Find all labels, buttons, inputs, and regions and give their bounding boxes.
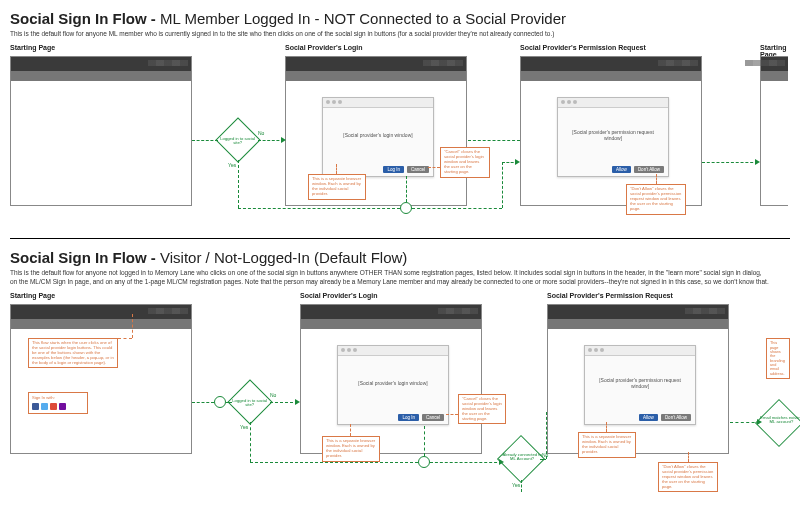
- note-cancel: "Cancel" closes the social provider's lo…: [458, 394, 506, 424]
- arrow-right-icon: [281, 137, 286, 143]
- browser-toolbar: [761, 71, 788, 81]
- connector: [250, 462, 418, 463]
- start-node: [214, 396, 226, 408]
- label-yes: Yes: [228, 162, 236, 168]
- login-dialog-body: [Social provider's login window]: [338, 356, 448, 410]
- arrow-right-icon: [499, 459, 504, 465]
- connector: [521, 480, 522, 492]
- allow-button[interactable]: Allow: [612, 166, 631, 173]
- connector: [270, 402, 298, 403]
- browser-chrome: [286, 57, 466, 71]
- social-icons-group: [32, 403, 84, 410]
- note-cut: This page shows the branding and email a…: [766, 338, 790, 379]
- connector: [730, 422, 760, 423]
- signin-label: Sign In with:: [32, 395, 55, 400]
- note-dont-allow: "Don't Allow" closes the social provider…: [626, 184, 686, 214]
- dialog-footer: Log In Cancel: [338, 410, 448, 424]
- browser-chrome: [301, 305, 481, 319]
- label-yes: Yes: [240, 424, 248, 430]
- note-separate-window: This is a separate browser window. Each …: [322, 436, 380, 461]
- label-starting-page: Starting Page: [10, 44, 55, 51]
- title-light: ML Member Logged In - NOT Connected to a…: [160, 10, 566, 27]
- dialog-header: [585, 346, 695, 356]
- yahoo-icon[interactable]: [59, 403, 66, 410]
- browser-toolbar: [286, 71, 466, 81]
- browser-chrome: [548, 305, 728, 319]
- title-bold: Social Sign In Flow -: [10, 249, 160, 266]
- browser-starting-page: [10, 304, 192, 454]
- facebook-icon[interactable]: [32, 403, 39, 410]
- browser-toolbar: [11, 319, 191, 329]
- connector: [192, 402, 214, 403]
- dont-allow-button[interactable]: Don't Allow: [634, 166, 664, 173]
- connector: [702, 162, 758, 163]
- separator: [10, 238, 790, 239]
- note-connector: [656, 174, 657, 184]
- dialog-header: [323, 98, 433, 108]
- browser-chrome: [11, 57, 191, 71]
- label-provider-login: Social Provider's Login: [285, 44, 363, 51]
- dialog-footer: Allow Don't Allow: [558, 162, 668, 176]
- connector: [238, 208, 400, 209]
- label-permission-request: Social Provider's Permission Request: [520, 44, 646, 51]
- section-visitor: Social Sign In Flow - Visitor / Not-Logg…: [10, 249, 790, 492]
- decision-label: Logged in to social site?: [218, 138, 258, 147]
- browser-provider-login: [Social provider's login window] Log In …: [300, 304, 482, 454]
- note-separate-window-1: This is a separate browser window. Each …: [308, 174, 366, 199]
- title-bold: Social Sign In Flow -: [10, 10, 160, 27]
- login-button[interactable]: Log In: [383, 166, 404, 173]
- twitter-icon[interactable]: [41, 403, 48, 410]
- label-yes: Yes: [512, 482, 520, 488]
- connector: [430, 462, 502, 463]
- label-provider-login: Social Provider's Login: [300, 292, 378, 299]
- dialog-footer: Allow Don't Allow: [585, 410, 695, 424]
- browser-toolbar: [521, 71, 701, 81]
- cancel-button[interactable]: Cancel: [407, 166, 429, 173]
- decision-connected: Already connected to ML Account?: [497, 435, 545, 483]
- login-dialog-body: [Social provider's login window]: [323, 108, 433, 162]
- note-signin-with: Sign In with:: [28, 392, 88, 414]
- section2-subtitle: This is the default flow for anyone not …: [10, 269, 770, 286]
- permission-dialog-body: [Social provider's permission request wi…: [585, 356, 695, 410]
- decision-label: Logged in to social site?: [230, 400, 270, 409]
- browser-toolbar: [548, 319, 728, 329]
- browser-toolbar: [301, 319, 481, 329]
- note-connector: [688, 452, 689, 462]
- connector: [546, 412, 547, 459]
- connector: [250, 422, 251, 462]
- connector: [424, 426, 425, 456]
- browser-permission: [Social provider's permission request wi…: [547, 304, 729, 454]
- decision-label: Email matches existing ML account?: [760, 416, 800, 425]
- browser-starting-page-end: [760, 56, 788, 206]
- allow-button[interactable]: Allow: [639, 414, 658, 421]
- label-permission-request: Social Provider's Permission Request: [547, 292, 673, 299]
- connector: [412, 208, 502, 209]
- connector: [468, 140, 520, 141]
- arrow-right-icon: [295, 399, 300, 405]
- permission-dialog: [Social provider's permission request wi…: [584, 345, 696, 425]
- section1-canvas: Starting Page Social Provider's Login So…: [10, 44, 790, 224]
- merge-node: [400, 202, 412, 214]
- cancel-button[interactable]: Cancel: [422, 414, 444, 421]
- decision-logged-in: Logged in to social site?: [215, 118, 260, 163]
- dialog-header: [558, 98, 668, 108]
- note-connector: [350, 424, 351, 436]
- label-no: No: [270, 392, 276, 398]
- login-button[interactable]: Log In: [398, 414, 419, 421]
- connector: [226, 402, 232, 403]
- browser-toolbar: [11, 71, 191, 81]
- connector: [192, 140, 218, 141]
- browser-chrome: [521, 57, 701, 71]
- dialog-header: [338, 346, 448, 356]
- note-flow-starts: This flow starts when the user clicks on…: [28, 338, 118, 368]
- decision-label: Already connected to ML Account?: [502, 454, 542, 463]
- note-cancel: "Cancel" closes the social provider's lo…: [440, 147, 490, 177]
- note-separate-window-2: This is a separate browser window. Each …: [578, 432, 636, 457]
- label-no: No: [258, 130, 264, 136]
- google-icon[interactable]: [50, 403, 57, 410]
- dont-allow-button[interactable]: Don't Allow: [661, 414, 691, 421]
- section1-subtitle: This is the default flow for anyone ML m…: [10, 30, 770, 38]
- decision-logged-in: Logged in to social site?: [227, 380, 272, 425]
- browser-chrome: [761, 57, 788, 71]
- arrow-right-icon: [515, 159, 520, 165]
